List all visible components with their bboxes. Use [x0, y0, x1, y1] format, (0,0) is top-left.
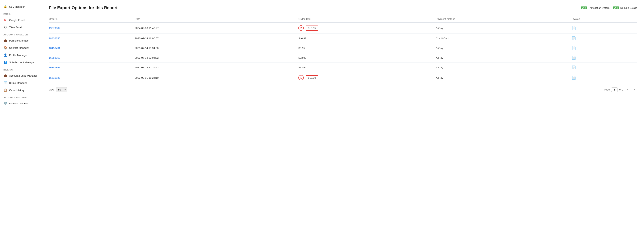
google-email-label: Google Email	[9, 19, 24, 21]
invoice-icon[interactable]: 📄	[572, 36, 576, 40]
invoice-cell: 📄	[572, 22, 637, 33]
account-funds-label: Account Funds Manager	[9, 74, 37, 77]
sidebar-item-portfolio-manager[interactable]: 💼 Portfolio Manager	[0, 37, 42, 44]
highlighted-amount: $13.95	[306, 25, 318, 31]
sidebar-item-domain-defender[interactable]: 🛡️ Domain Defender	[0, 100, 42, 107]
contact-manager-label: Contact Manager	[9, 46, 29, 49]
domain-defender-label: Domain Defender	[9, 102, 29, 105]
sidebar-item-account-funds-manager[interactable]: 💼 Account Funds Manager	[0, 72, 42, 79]
profile-manager-label: Profile Manager	[9, 54, 27, 57]
domain-details-button[interactable]: CSV Domain Details	[613, 6, 637, 9]
order-total-cell: $40.98	[298, 33, 436, 43]
export-buttons: CSV Transaction Details CSV Domain Detai…	[581, 6, 637, 9]
sidebar-item-billing-manager[interactable]: 🧾 Billing Manager	[0, 79, 42, 86]
page-header: File Export Options for this Report CSV …	[49, 5, 637, 10]
sidebar-item-google-email[interactable]: M Google Email	[0, 16, 42, 24]
payment-method-cell: AliPay	[436, 43, 572, 53]
circle-badge: 1	[298, 75, 304, 80]
view-section: View 10 25 50 100	[49, 87, 67, 92]
order-number-cell: 16357897	[49, 63, 135, 72]
invoice-icon[interactable]: 📄	[572, 76, 576, 80]
date-cell: 2022-07-18 21:29:22	[135, 63, 298, 72]
transaction-details-button[interactable]: CSV Transaction Details	[581, 6, 610, 9]
order-total-cell: 2$13.95	[298, 22, 436, 33]
domain-details-label: Domain Details	[620, 6, 637, 9]
invoice-cell: 📄	[572, 33, 637, 43]
order-link[interactable]: 15616837	[49, 76, 60, 79]
order-link[interactable]: 16357897	[49, 66, 60, 69]
csv-badge-transaction: CSV	[581, 6, 587, 9]
order-icon: 📋	[4, 88, 7, 92]
view-select[interactable]: 10 25 50 100	[56, 87, 67, 92]
date-cell: 2022-03-01 16:24:10	[135, 72, 298, 83]
orders-table: Order # Date Order Total Payment method …	[49, 16, 637, 83]
col-order-total: Order Total	[298, 16, 436, 22]
order-total-cell: $5.15	[298, 43, 436, 53]
payment-method-cell: AliPay	[436, 53, 572, 63]
portfolio-icon: 💼	[4, 39, 7, 42]
account-section-label: ACCOUNT MANAGER	[0, 31, 42, 37]
invoice-icon[interactable]: 📄	[572, 26, 576, 30]
contact-icon: 🏠	[4, 46, 7, 50]
sidebar-ssl-label: SSL Manager	[9, 5, 25, 8]
sidebar: 🔒 SSL Manager EMAIL M Google Email ⬡ Tit…	[0, 0, 42, 245]
of-label: of 1	[619, 88, 624, 91]
invoice-cell: 📄	[572, 43, 637, 53]
billing-section-label: BILLING	[0, 66, 42, 72]
page-title: File Export Options for this Report	[49, 5, 118, 10]
order-total-cell: $13.99	[298, 63, 436, 72]
table-row: 163580532022-07-18 22:04:32$23.99AliPay📄	[49, 53, 637, 63]
prev-page-button[interactable]: ‹	[625, 87, 630, 92]
email-section-label: EMAIL	[0, 10, 42, 16]
page-label: Page	[604, 88, 610, 91]
order-history-label: Order History	[9, 89, 24, 92]
titan-email-label: Titan Email	[9, 26, 22, 29]
billing-icon: 🧾	[4, 81, 7, 85]
table-header-row: Order # Date Order Total Payment method …	[49, 16, 637, 22]
pagination: Page of 1 ‹ ›	[604, 87, 637, 92]
portfolio-manager-label: Portfolio Manager	[9, 39, 30, 42]
order-total-with-badge: 2$13.95	[298, 25, 434, 31]
order-link[interactable]: 19679082	[49, 27, 60, 29]
transaction-details-label: Transaction Details	[588, 6, 610, 9]
invoice-cell: 📄	[572, 72, 637, 83]
shield-icon: 🛡️	[4, 102, 7, 105]
payment-method-cell: Credit Card	[436, 33, 572, 43]
table-row: 196790822024-02-08 11:40:272$13.95AliPay…	[49, 22, 637, 33]
billing-manager-label: Billing Manager	[9, 81, 27, 84]
next-page-button[interactable]: ›	[632, 87, 637, 92]
col-order-number: Order #	[49, 16, 135, 22]
sidebar-item-profile-manager[interactable]: 👤 Profile Manager	[0, 51, 42, 59]
funds-icon: 💼	[4, 74, 7, 77]
page-input[interactable]	[611, 87, 618, 92]
col-payment-method: Payment method	[436, 16, 572, 22]
invoice-icon[interactable]: 📄	[572, 46, 576, 50]
invoice-icon[interactable]: 📄	[572, 56, 576, 60]
subaccount-manager-label: Sub-Account Manager	[9, 61, 35, 64]
google-icon: M	[4, 18, 7, 22]
table-row: 163578972022-07-18 21:29:22$13.99AliPay📄	[49, 63, 637, 72]
order-total-cell: $23.99	[298, 53, 436, 63]
order-link[interactable]: 18436655	[49, 37, 60, 40]
security-section-label: ACCOUNT SECURITY	[0, 94, 42, 100]
order-total-cell: 1$18.90	[298, 72, 436, 83]
table-row: 156168372022-03-01 16:24:101$18.90AliPay…	[49, 72, 637, 83]
order-link[interactable]: 16358053	[49, 56, 60, 59]
csv-badge-domain: CSV	[613, 6, 619, 9]
invoice-icon[interactable]: 📄	[572, 65, 576, 69]
sidebar-item-subaccount-manager[interactable]: 👥 Sub-Account Manager	[0, 59, 42, 66]
lock-icon: 🔒	[4, 5, 7, 8]
sidebar-item-ssl[interactable]: 🔒 SSL Manager	[0, 3, 42, 10]
sidebar-item-contact-manager[interactable]: 🏠 Contact Manager	[0, 44, 42, 51]
payment-method-cell: AliPay	[436, 22, 572, 33]
order-link[interactable]: 18436431	[49, 47, 60, 49]
sidebar-item-order-history[interactable]: 📋 Order History	[0, 86, 42, 94]
invoice-cell: 📄	[572, 63, 637, 72]
table-row: 184366552023-07-14 16:00:57$40.98Credit …	[49, 33, 637, 43]
sidebar-item-titan-email[interactable]: ⬡ Titan Email	[0, 24, 42, 31]
date-cell: 2024-02-08 11:40:27	[135, 22, 298, 33]
payment-method-cell: AliPay	[436, 63, 572, 72]
profile-icon: 👤	[4, 53, 7, 57]
order-number-cell: 18436431	[49, 43, 135, 53]
invoice-cell: 📄	[572, 53, 637, 63]
